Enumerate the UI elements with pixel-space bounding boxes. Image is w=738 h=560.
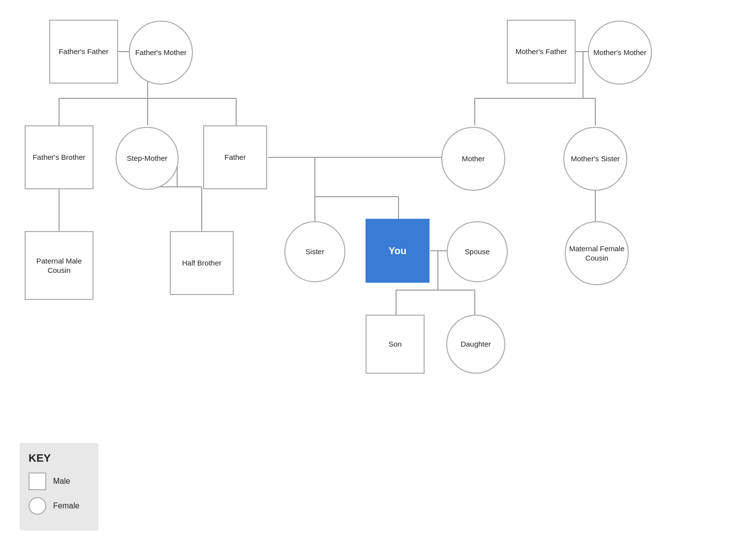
key-male-item: Male bbox=[29, 472, 85, 490]
maternal-female-cousin-node: Maternal Female Cousin bbox=[565, 221, 629, 285]
half-brother-node: Half Brother bbox=[170, 231, 234, 295]
fathers-mother-node: Father's Mother bbox=[129, 21, 193, 85]
daughter-node: Daughter bbox=[446, 315, 505, 374]
key-male-symbol bbox=[29, 472, 46, 490]
you-node: You bbox=[366, 219, 430, 283]
sister-node: Sister bbox=[284, 221, 345, 282]
mothers-sister-node: Mother's Sister bbox=[563, 127, 627, 191]
fathers-brother-node: Father's Brother bbox=[25, 125, 93, 189]
fathers-father-node: Father's Father bbox=[49, 20, 118, 84]
mother-node: Mother bbox=[441, 127, 505, 191]
key-female-item: Female bbox=[29, 497, 85, 515]
key-title: KEY bbox=[29, 452, 85, 465]
key-male-label: Male bbox=[53, 477, 70, 486]
key-female-label: Female bbox=[53, 501, 79, 510]
step-mother-node: Step-Mother bbox=[116, 127, 179, 190]
key-female-symbol bbox=[29, 497, 46, 515]
son-node: Son bbox=[366, 315, 425, 374]
paternal-male-cousin-node: Paternal Male Cousin bbox=[25, 231, 93, 300]
key-box: KEY Male Female bbox=[20, 443, 98, 531]
mothers-father-node: Mother's Father bbox=[507, 20, 576, 84]
family-tree-diagram: Father's Father Father's Mother Mother's… bbox=[0, 0, 738, 560]
father-node: Father bbox=[203, 125, 267, 189]
mothers-mother-node: Mother's Mother bbox=[588, 21, 652, 85]
spouse-node: Spouse bbox=[447, 221, 508, 282]
